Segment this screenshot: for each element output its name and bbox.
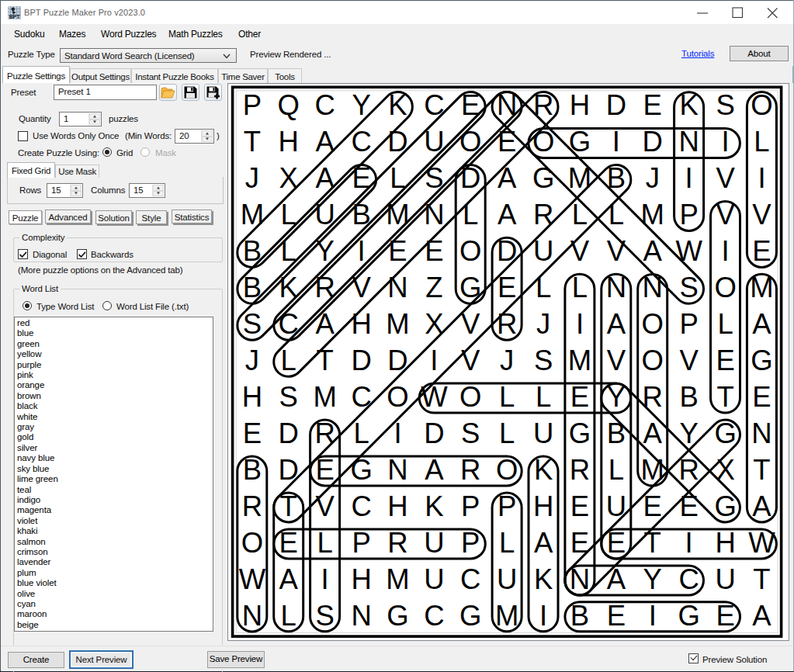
svg-text:D: D: [351, 345, 371, 376]
svg-text:E: E: [570, 381, 589, 413]
svg-text:R: R: [497, 308, 517, 340]
svg-text:V: V: [352, 272, 371, 303]
svg-text:V: V: [607, 235, 626, 267]
svg-text:T: T: [716, 381, 733, 413]
svg-text:C: C: [460, 563, 480, 595]
svg-text:C: C: [314, 89, 335, 121]
svg-text:B: B: [679, 381, 698, 413]
svg-text:E: E: [643, 490, 662, 522]
svg-text:G: G: [532, 162, 554, 194]
svg-text:S: S: [679, 272, 698, 303]
svg-text:G: G: [569, 126, 591, 158]
svg-text:G: G: [751, 345, 772, 376]
svg-text:I: I: [722, 126, 730, 158]
svg-text:V: V: [716, 162, 735, 194]
svg-text:A: A: [279, 563, 299, 595]
svg-text:H: H: [387, 490, 407, 522]
svg-text:V: V: [461, 345, 480, 376]
svg-text:L: L: [536, 272, 551, 303]
svg-text:Z: Z: [425, 272, 442, 303]
svg-text:L: L: [353, 417, 369, 449]
svg-text:M: M: [313, 381, 336, 413]
svg-text:G: G: [387, 600, 408, 632]
svg-text:A: A: [315, 308, 335, 340]
svg-text:V: V: [315, 490, 335, 522]
svg-text:J: J: [646, 162, 660, 194]
svg-text:G: G: [459, 272, 481, 303]
svg-text:L: L: [609, 199, 624, 230]
svg-text:H: H: [533, 490, 553, 522]
svg-text:L: L: [717, 308, 733, 340]
svg-text:W: W: [675, 235, 702, 267]
svg-text:L: L: [499, 417, 515, 449]
svg-text:T: T: [244, 126, 261, 158]
svg-text:J: J: [245, 345, 259, 376]
svg-text:E: E: [752, 381, 771, 413]
svg-text:A: A: [534, 527, 553, 559]
svg-text:S: S: [243, 308, 262, 340]
svg-text:BPT: BPT: [9, 14, 20, 19]
svg-text:U: U: [715, 563, 735, 595]
svg-text:U: U: [424, 563, 444, 595]
svg-text:E: E: [679, 490, 698, 522]
svg-text:R: R: [242, 490, 262, 522]
svg-text:A: A: [752, 490, 771, 522]
svg-text:J: J: [536, 308, 550, 340]
svg-text:E: E: [716, 345, 734, 376]
svg-text:A: A: [607, 308, 626, 340]
svg-text:E: E: [388, 235, 407, 267]
svg-text:O: O: [459, 235, 481, 267]
svg-text:R: R: [387, 527, 407, 559]
svg-text:S: S: [279, 381, 298, 413]
svg-text:I: I: [576, 308, 584, 340]
svg-text:M: M: [495, 600, 518, 632]
svg-text:L: L: [317, 527, 333, 559]
svg-text:H: H: [351, 308, 371, 340]
svg-text:N: N: [387, 272, 407, 303]
svg-text:E: E: [498, 272, 516, 303]
svg-text:I: I: [722, 235, 730, 267]
svg-text:E: E: [570, 490, 589, 522]
svg-text:S: S: [461, 417, 480, 449]
svg-text:O: O: [642, 308, 664, 340]
svg-text:N: N: [242, 600, 262, 632]
svg-text:D: D: [424, 417, 444, 449]
svg-text:T: T: [644, 527, 661, 559]
svg-text:E: E: [752, 235, 771, 267]
svg-text:L: L: [463, 199, 478, 230]
svg-text:D: D: [279, 417, 299, 449]
svg-text:V: V: [607, 345, 626, 376]
svg-text:G: G: [569, 417, 591, 449]
svg-text:L: L: [281, 600, 296, 632]
svg-text:K: K: [425, 490, 443, 522]
svg-text:I: I: [321, 563, 329, 595]
svg-text:M: M: [568, 345, 591, 376]
svg-text:M: M: [641, 454, 664, 486]
svg-text:K: K: [534, 563, 553, 595]
svg-text:G: G: [678, 600, 699, 632]
svg-text:U: U: [424, 527, 444, 559]
svg-text:I: I: [649, 600, 657, 632]
svg-text:L: L: [536, 381, 551, 413]
svg-text:H: H: [279, 126, 299, 158]
svg-text:V: V: [752, 199, 771, 230]
svg-text:M: M: [386, 308, 409, 340]
svg-text:N: N: [751, 417, 771, 449]
svg-text:I: I: [758, 162, 765, 194]
svg-text:H: H: [570, 89, 590, 121]
svg-text:L: L: [572, 272, 588, 303]
svg-text:M: M: [241, 199, 264, 230]
svg-text:W: W: [239, 563, 266, 595]
svg-text:U: U: [497, 563, 517, 595]
svg-text:L: L: [499, 381, 515, 413]
svg-text:T: T: [753, 563, 770, 595]
svg-text:E: E: [498, 126, 516, 158]
svg-text:I: I: [430, 345, 438, 376]
svg-text:O: O: [241, 527, 263, 559]
svg-text:A: A: [425, 454, 444, 486]
svg-text:L: L: [499, 527, 515, 559]
svg-text:A: A: [752, 308, 771, 340]
svg-text:S: S: [716, 89, 734, 121]
svg-text:H: H: [242, 381, 262, 413]
svg-text:M: M: [641, 199, 664, 230]
